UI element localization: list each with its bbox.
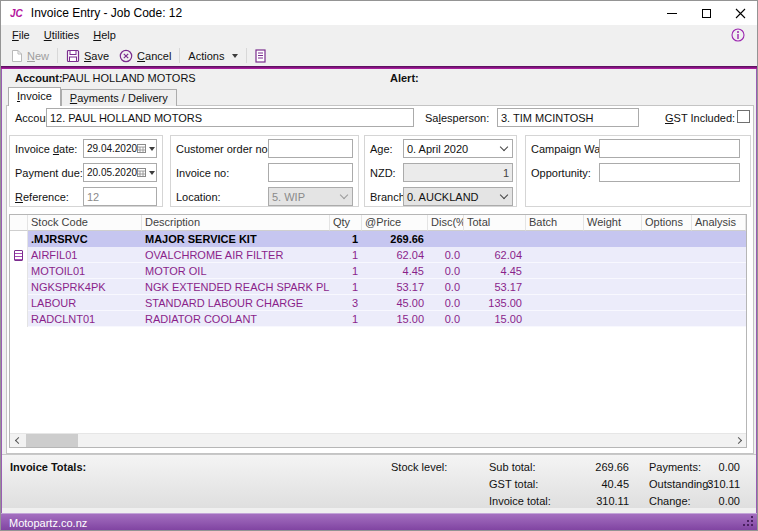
cell-options[interactable] xyxy=(642,247,692,263)
cell-description[interactable]: MOTOR OIL xyxy=(142,263,330,279)
cell-analysis_code[interactable] xyxy=(692,231,746,247)
row-gutter-cell[interactable] xyxy=(10,295,28,311)
horizontal-scrollbar[interactable] xyxy=(10,433,746,447)
cell-price[interactable]: 62.04 xyxy=(362,247,428,263)
cell-options[interactable] xyxy=(642,279,692,295)
invoice-line-row[interactable]: LABOURSTANDARD LABOUR CHARGE345.000.0135… xyxy=(10,295,746,311)
invoice-line-row[interactable]: MOTOIL01MOTOR OIL14.450.04.45 xyxy=(10,263,746,279)
branch-select[interactable]: 0. AUCKLAND xyxy=(403,187,513,206)
cell-price[interactable]: 45.00 xyxy=(362,295,428,311)
cell-disc[interactable]: 0.0 xyxy=(428,263,464,279)
save-button[interactable]: Save xyxy=(61,47,114,65)
cell-description[interactable]: RADIATOR COOLANT xyxy=(142,311,330,327)
invoice-line-row[interactable]: NGKSPRK4PKNGK EXTENDED REACH SPARK PLUGS… xyxy=(10,279,746,295)
cell-stock_code[interactable]: RADCLNT01 xyxy=(28,311,142,327)
close-button[interactable] xyxy=(723,1,757,25)
cell-description[interactable]: OVALCHROME AIR FILTER xyxy=(142,247,330,263)
cell-disc[interactable] xyxy=(428,231,464,247)
cell-total[interactable]: 62.04 xyxy=(464,247,526,263)
cell-stock_code[interactable]: .MJRSRVC xyxy=(28,231,142,247)
cell-qty[interactable]: 1 xyxy=(330,231,362,247)
invoice-no-input[interactable] xyxy=(268,163,353,182)
maximize-button[interactable] xyxy=(689,1,723,25)
cell-analysis_code[interactable] xyxy=(692,295,746,311)
row-gutter-cell[interactable] xyxy=(10,263,28,279)
cell-analysis_code[interactable] xyxy=(692,247,746,263)
cell-weight[interactable] xyxy=(584,279,642,295)
cell-batch_code[interactable] xyxy=(526,231,584,247)
cell-disc[interactable]: 0.0 xyxy=(428,295,464,311)
cell-analysis_code[interactable] xyxy=(692,311,746,327)
cell-weight[interactable] xyxy=(584,295,642,311)
cell-qty[interactable]: 3 xyxy=(330,295,362,311)
cell-qty[interactable]: 1 xyxy=(330,279,362,295)
cell-analysis_code[interactable] xyxy=(692,279,746,295)
column-header-analysis_code[interactable]: Analysis Code xyxy=(692,215,746,231)
column-header-qty[interactable]: Qty xyxy=(330,215,362,231)
cell-analysis_code[interactable] xyxy=(692,263,746,279)
cell-total[interactable]: 135.00 xyxy=(464,295,526,311)
column-header-total[interactable]: Total xyxy=(464,215,526,231)
cell-qty[interactable]: 1 xyxy=(330,263,362,279)
customer-order-input[interactable] xyxy=(268,139,353,158)
cell-price[interactable]: 269.66 xyxy=(362,231,428,247)
cell-description[interactable]: NGK EXTENDED REACH SPARK PLUGS - 4 PAC xyxy=(142,279,330,295)
cell-total[interactable]: 15.00 xyxy=(464,311,526,327)
reference-input[interactable]: 12 xyxy=(83,187,157,206)
cancel-button[interactable]: Cancel xyxy=(114,47,176,65)
actions-button[interactable]: Actions xyxy=(183,48,243,64)
column-header-price[interactable]: @Price xyxy=(362,215,428,231)
minimize-button[interactable] xyxy=(655,1,689,25)
cell-stock_code[interactable]: NGKSPRK4PK xyxy=(28,279,142,295)
scroll-left-button[interactable] xyxy=(10,434,24,447)
cell-disc[interactable]: 0.0 xyxy=(428,279,464,295)
column-header-batch_code[interactable]: Batch Code xyxy=(526,215,584,231)
payment-due-input[interactable]: 20.05.2020 xyxy=(83,163,157,182)
new-button[interactable]: New xyxy=(6,47,54,65)
cell-description[interactable]: STANDARD LABOUR CHARGE xyxy=(142,295,330,311)
cell-stock_code[interactable]: LABOUR xyxy=(28,295,142,311)
cell-batch_code[interactable] xyxy=(526,247,584,263)
cell-weight[interactable] xyxy=(584,311,642,327)
cell-price[interactable]: 4.45 xyxy=(362,263,428,279)
campaign-wave-input[interactable] xyxy=(599,139,740,158)
narrative-button[interactable] xyxy=(250,47,271,65)
gst-included-checkbox[interactable] xyxy=(737,110,750,123)
info-button[interactable] xyxy=(731,28,745,42)
scroll-right-button[interactable] xyxy=(732,434,746,447)
row-gutter-cell[interactable] xyxy=(10,311,28,327)
cell-options[interactable] xyxy=(642,231,692,247)
cell-price[interactable]: 53.17 xyxy=(362,279,428,295)
account-input[interactable]: 12. PAUL HOLLAND MOTORS xyxy=(46,108,414,127)
tab-invoice[interactable]: Invoice xyxy=(8,87,61,106)
cell-batch_code[interactable] xyxy=(526,263,584,279)
row-gutter-cell[interactable] xyxy=(10,247,28,263)
cell-weight[interactable] xyxy=(584,263,642,279)
resize-grip[interactable] xyxy=(742,515,753,526)
cell-batch_code[interactable] xyxy=(526,279,584,295)
location-select[interactable]: 5. WIP xyxy=(268,187,353,206)
row-gutter-cell[interactable] xyxy=(10,231,28,247)
cell-disc[interactable]: 0.0 xyxy=(428,247,464,263)
cell-weight[interactable] xyxy=(584,231,642,247)
cell-options[interactable] xyxy=(642,295,692,311)
age-select[interactable]: 0. April 2020 xyxy=(403,139,513,158)
menu-utilities[interactable]: Utilities xyxy=(37,27,86,43)
tab-payments-delivery[interactable]: Payments / Delivery xyxy=(61,89,177,106)
cell-price[interactable]: 15.00 xyxy=(362,311,428,327)
cell-qty[interactable]: 1 xyxy=(330,247,362,263)
row-gutter-header[interactable] xyxy=(10,215,28,231)
opportunity-input[interactable] xyxy=(599,163,740,182)
column-header-weight[interactable]: Weight xyxy=(584,215,642,231)
menu-file[interactable]: File xyxy=(5,27,37,43)
cell-stock_code[interactable]: MOTOIL01 xyxy=(28,263,142,279)
nzd-input[interactable]: 1 xyxy=(403,163,513,182)
salesperson-input[interactable]: 3. TIM MCINTOSH xyxy=(497,108,639,127)
cell-weight[interactable] xyxy=(584,247,642,263)
invoice-line-row[interactable]: .MJRSRVCMAJOR SERVICE KIT1269.66 xyxy=(10,231,746,247)
invoice-line-row[interactable]: AIRFIL01OVALCHROME AIR FILTER162.040.062… xyxy=(10,247,746,263)
cell-total[interactable]: 53.17 xyxy=(464,279,526,295)
cell-stock_code[interactable]: AIRFIL01 xyxy=(28,247,142,263)
invoice-date-input[interactable]: 29.04.2020 xyxy=(83,139,157,158)
column-header-stock_code[interactable]: Stock Code xyxy=(28,215,142,231)
